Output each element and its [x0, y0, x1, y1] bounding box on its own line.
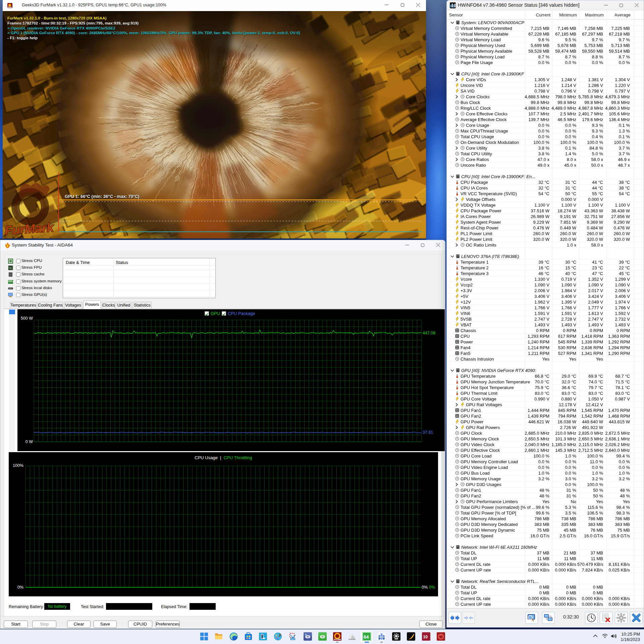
svg-text:FurMark: FurMark — [4, 220, 55, 237]
svg-text:FurMark: FurMark — [334, 639, 338, 640]
svg-text:%: % — [9, 266, 12, 270]
svg-text:10: 10 — [423, 635, 428, 639]
svg-text:64: 64 — [364, 634, 369, 640]
